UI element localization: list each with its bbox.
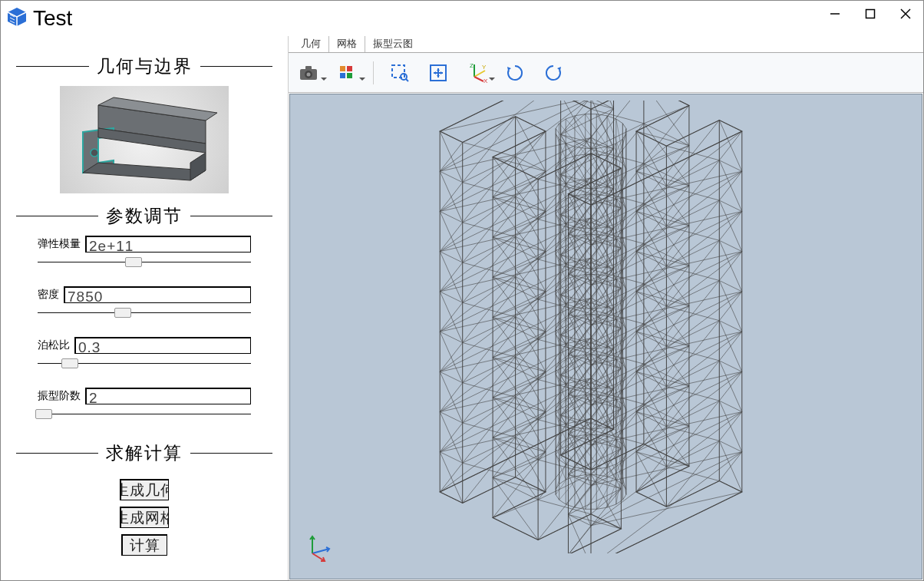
param-input-elastic[interactable]: 2e+11 xyxy=(85,236,251,253)
group-title-geometry: 几何与边界 xyxy=(16,54,272,78)
svg-line-500 xyxy=(493,477,538,500)
param-input-density[interactable]: 7850 xyxy=(64,286,251,303)
svg-line-995 xyxy=(585,355,615,400)
camera-button[interactable] xyxy=(296,61,321,85)
svg-line-696 xyxy=(615,279,622,284)
zoom-select-button[interactable] xyxy=(388,61,412,85)
svg-line-591 xyxy=(440,171,463,182)
application-window: Test 几何与边界 xyxy=(0,0,924,581)
svg-line-740 xyxy=(615,379,622,384)
svg-marker-14 xyxy=(190,153,206,180)
svg-rect-23 xyxy=(347,73,352,78)
maximize-icon xyxy=(865,8,876,19)
compute-button[interactable]: 计算 xyxy=(121,534,167,556)
param-elastic-modulus: 弹性模量 2e+11 xyxy=(38,236,251,268)
toolbar-separator xyxy=(373,61,374,84)
svg-line-785 xyxy=(566,464,575,467)
toolbar: Z Y X xyxy=(289,53,923,93)
svg-line-415 xyxy=(568,448,621,514)
rotate-ccw-icon xyxy=(543,63,563,83)
svg-line-535 xyxy=(515,157,545,171)
svg-line-26 xyxy=(406,79,408,81)
svg-point-19 xyxy=(307,72,311,76)
svg-rect-22 xyxy=(340,73,345,78)
tab-bar: 几何 网格 振型云图 xyxy=(289,36,923,53)
svg-line-250 xyxy=(636,452,689,467)
svg-rect-17 xyxy=(305,66,312,70)
geometry-preview[interactable] xyxy=(60,86,229,193)
svg-line-291 xyxy=(666,240,719,306)
rotate-cw-icon xyxy=(505,63,525,83)
axis-orientation-button[interactable]: Z Y X xyxy=(464,61,489,85)
param-input-mode[interactable]: 2 xyxy=(85,388,251,404)
svg-line-367 xyxy=(568,234,591,245)
param-input-poisson[interactable]: 0.3 xyxy=(74,337,251,354)
group-label-solve: 求解计算 xyxy=(98,441,190,465)
svg-line-617 xyxy=(622,124,625,129)
param-slider-mode[interactable] xyxy=(38,409,251,420)
svg-line-992 xyxy=(585,234,615,279)
generate-mesh-button[interactable]: 生成网格 xyxy=(120,507,169,528)
svg-line-532 xyxy=(515,117,545,131)
svg-line-364 xyxy=(568,193,591,204)
maximize-button[interactable] xyxy=(853,1,888,27)
viewport-3d[interactable] xyxy=(289,94,922,579)
svg-line-615 xyxy=(440,492,463,503)
svg-line-780 xyxy=(615,460,622,464)
close-button[interactable] xyxy=(888,1,923,27)
svg-line-588 xyxy=(440,131,463,142)
svg-line-447 xyxy=(591,514,621,529)
svg-line-606 xyxy=(440,371,463,382)
tab-mesh[interactable]: 网格 xyxy=(328,36,365,52)
rotate-cw-button[interactable] xyxy=(503,61,527,85)
svg-line-102 xyxy=(591,298,614,309)
svg-line-993 xyxy=(585,274,615,319)
svg-line-1001 xyxy=(596,234,622,283)
param-slider-density[interactable] xyxy=(38,308,251,319)
svg-line-616 xyxy=(615,119,622,124)
svg-line-1004 xyxy=(596,355,622,404)
svg-rect-20 xyxy=(340,66,345,71)
group-label-geometry: 几何与边界 xyxy=(89,54,200,78)
svg-line-93 xyxy=(591,177,614,188)
param-slider-poisson[interactable] xyxy=(38,358,251,369)
svg-rect-24 xyxy=(392,65,404,78)
group-title-solve: 求解计算 xyxy=(16,441,272,465)
svg-line-474 xyxy=(538,500,591,514)
param-density: 密度 7850 xyxy=(38,286,251,319)
minimize-icon xyxy=(830,8,840,19)
svg-line-113 xyxy=(560,101,613,134)
svg-line-640 xyxy=(615,179,622,183)
svg-line-105 xyxy=(591,338,614,348)
display-style-button[interactable] xyxy=(335,61,359,85)
svg-line-198 xyxy=(643,105,688,123)
minimize-button[interactable] xyxy=(817,1,853,27)
svg-line-676 xyxy=(615,239,622,243)
main-area: 几何 网格 振型云图 xyxy=(289,36,923,580)
svg-text:Y: Y xyxy=(482,64,487,71)
tab-geometry[interactable]: 几何 xyxy=(293,36,328,52)
svg-line-1000 xyxy=(596,194,622,243)
tab-modeshape[interactable]: 振型云图 xyxy=(365,36,421,52)
svg-line-989 xyxy=(585,114,615,159)
window-body: 几何与边界 xyxy=(1,36,923,580)
sidebar: 几何与边界 xyxy=(1,36,289,580)
svg-line-99 xyxy=(591,258,614,269)
svg-line-620 xyxy=(615,139,622,144)
rotate-ccw-button[interactable] xyxy=(541,61,566,85)
svg-line-196 xyxy=(643,101,688,105)
generate-geometry-button[interactable]: 生成几何 xyxy=(120,479,169,500)
svg-line-760 xyxy=(615,420,622,424)
svg-line-30 xyxy=(474,71,485,77)
svg-line-934 xyxy=(556,464,566,490)
svg-line-600 xyxy=(440,292,463,302)
svg-rect-21 xyxy=(347,66,352,71)
group-title-parameters: 参数调节 xyxy=(16,204,272,228)
svg-line-814 xyxy=(596,474,607,476)
svg-line-571 xyxy=(462,262,515,277)
fit-view-button[interactable] xyxy=(426,61,450,85)
param-slider-elastic[interactable] xyxy=(38,257,251,268)
svg-line-382 xyxy=(568,434,591,445)
svg-line-568 xyxy=(462,223,515,237)
svg-line-603 xyxy=(440,332,463,342)
